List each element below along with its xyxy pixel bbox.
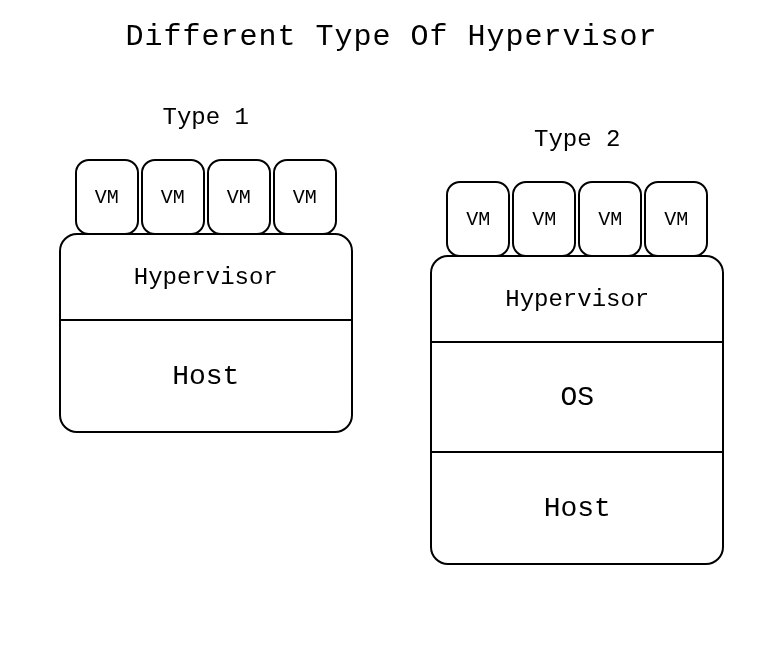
- type1-column: Type 1 VM VM VM VM Hypervisor Host: [59, 104, 353, 433]
- vm-box: VM: [141, 159, 205, 235]
- type2-title: Type 2: [534, 126, 620, 153]
- diagram-columns: Type 1 VM VM VM VM Hypervisor Host Type …: [0, 104, 783, 565]
- type2-stack: Hypervisor OS Host: [430, 255, 724, 565]
- type2-host-layer: Host: [432, 453, 722, 563]
- type1-vm-row: VM VM VM VM: [75, 159, 337, 235]
- page-title: Different Type Of Hypervisor: [0, 20, 783, 54]
- type2-column: Type 2 VM VM VM VM Hypervisor OS Host: [430, 126, 724, 565]
- type1-host-layer: Host: [61, 321, 351, 431]
- type1-title: Type 1: [163, 104, 249, 131]
- type2-os-layer: OS: [432, 343, 722, 453]
- vm-box: VM: [644, 181, 708, 257]
- vm-box: VM: [578, 181, 642, 257]
- type2-vm-row: VM VM VM VM: [446, 181, 708, 257]
- type1-stack: Hypervisor Host: [59, 233, 353, 433]
- type1-hypervisor-layer: Hypervisor: [61, 235, 351, 321]
- vm-box: VM: [75, 159, 139, 235]
- type2-hypervisor-layer: Hypervisor: [432, 257, 722, 343]
- vm-box: VM: [273, 159, 337, 235]
- vm-box: VM: [446, 181, 510, 257]
- vm-box: VM: [207, 159, 271, 235]
- vm-box: VM: [512, 181, 576, 257]
